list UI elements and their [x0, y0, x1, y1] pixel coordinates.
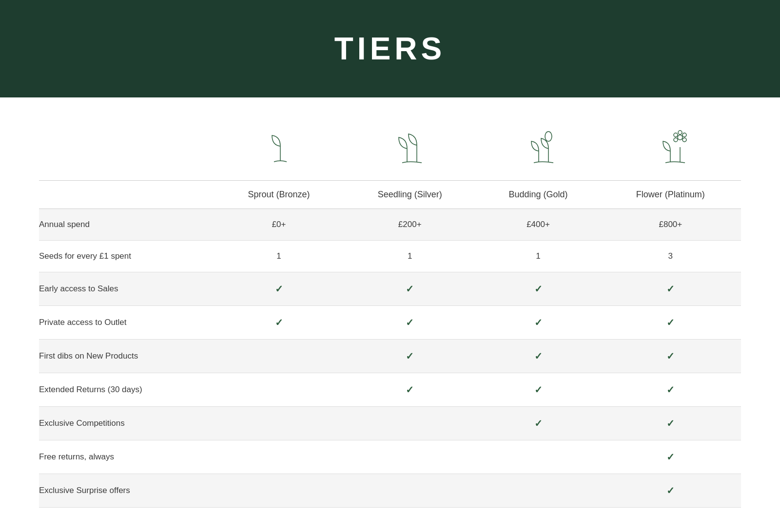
page-header: TIERS — [0, 0, 780, 97]
row-value: ✓ — [600, 440, 741, 474]
header-label-col — [39, 181, 214, 209]
row-label: Private access to Outlet — [39, 306, 214, 340]
row-value: 3 — [600, 241, 741, 272]
row-value — [343, 407, 476, 440]
row-label: Free returns, always — [39, 440, 214, 474]
row-value: ✓ — [343, 272, 476, 306]
row-value: £0+ — [214, 209, 343, 241]
check-mark: ✓ — [666, 452, 675, 462]
check-mark: ✓ — [666, 317, 675, 328]
row-value — [343, 440, 476, 474]
row-value: ✓ — [476, 340, 600, 373]
table-row: Exclusive Competitions✓✓ — [39, 407, 741, 440]
row-value: ✓ — [600, 407, 741, 440]
row-label: First dibs on New Products — [39, 340, 214, 373]
table-row: First dibs on New Products✓✓✓ — [39, 340, 741, 373]
row-value — [476, 474, 600, 508]
row-value: ✓ — [476, 373, 600, 407]
check-mark: ✓ — [406, 317, 414, 328]
row-value: ✓ — [343, 340, 476, 373]
row-value: 1 — [476, 241, 600, 272]
row-value — [214, 440, 343, 474]
row-value: ✓ — [476, 272, 600, 306]
cell-value: £0+ — [272, 220, 286, 229]
main-content: Sprout (Bronze) Seedling (Silver) Buddin… — [0, 97, 780, 532]
tier-icons-row — [39, 127, 741, 171]
check-mark: ✓ — [406, 384, 414, 395]
svg-point-0 — [545, 132, 552, 141]
budding-icon — [522, 127, 566, 171]
svg-point-1 — [678, 135, 682, 140]
cell-value: £800+ — [659, 220, 682, 229]
svg-point-6 — [674, 133, 678, 137]
check-mark: ✓ — [666, 351, 675, 361]
cell-value: 1 — [276, 251, 281, 261]
check-mark: ✓ — [275, 317, 283, 328]
table-row: Seeds for every £1 spent1113 — [39, 241, 741, 272]
row-value: 1 — [214, 241, 343, 272]
table-row: Exclusive Surprise offers✓ — [39, 474, 741, 508]
table-body: Annual spend£0+£200+£400+£800+Seeds for … — [39, 209, 741, 508]
cell-value: £200+ — [398, 220, 422, 229]
header-row: Sprout (Bronze) Seedling (Silver) Buddin… — [39, 181, 741, 209]
row-label: Annual spend — [39, 209, 214, 241]
row-value: ✓ — [343, 306, 476, 340]
row-label: Exclusive Surprise offers — [39, 474, 214, 508]
row-value: ✓ — [600, 306, 741, 340]
row-value: ✓ — [600, 340, 741, 373]
row-value: ✓ — [600, 373, 741, 407]
tiers-table: Sprout (Bronze) Seedling (Silver) Buddin… — [39, 180, 741, 508]
row-label: Exclusive Competitions — [39, 407, 214, 440]
check-mark: ✓ — [534, 317, 543, 328]
svg-point-4 — [682, 138, 686, 142]
check-mark: ✓ — [534, 351, 543, 361]
svg-point-5 — [674, 138, 678, 142]
row-value — [214, 407, 343, 440]
sprout-icon — [258, 127, 302, 171]
budding-icon-col — [478, 127, 609, 171]
row-value: ✓ — [343, 373, 476, 407]
cell-value: £400+ — [526, 220, 550, 229]
row-label: Seeds for every £1 spent — [39, 241, 214, 272]
table-header: Sprout (Bronze) Seedling (Silver) Buddin… — [39, 181, 741, 209]
row-value: 1 — [343, 241, 476, 272]
check-mark: ✓ — [666, 485, 675, 496]
row-value: £200+ — [343, 209, 476, 241]
check-mark: ✓ — [534, 418, 543, 429]
table-row: Extended Returns (30 days)✓✓✓ — [39, 373, 741, 407]
check-mark: ✓ — [406, 284, 414, 294]
header-seedling: Seedling (Silver) — [343, 181, 476, 209]
check-mark: ✓ — [666, 418, 675, 429]
check-mark: ✓ — [666, 284, 675, 294]
row-value — [343, 474, 476, 508]
svg-point-2 — [678, 131, 682, 134]
table-row: Private access to Outlet✓✓✓✓ — [39, 306, 741, 340]
cell-value: 1 — [536, 251, 540, 261]
row-value — [214, 340, 343, 373]
check-mark: ✓ — [275, 284, 283, 294]
header-budding: Budding (Gold) — [476, 181, 600, 209]
row-label: Extended Returns (30 days) — [39, 373, 214, 407]
row-label: Early access to Sales — [39, 272, 214, 306]
icons-label-spacer — [39, 127, 214, 171]
row-value: ✓ — [476, 407, 600, 440]
row-value: ✓ — [600, 272, 741, 306]
check-mark: ✓ — [406, 351, 414, 361]
row-value: ✓ — [476, 306, 600, 340]
cell-value: 1 — [408, 251, 412, 261]
check-mark: ✓ — [534, 284, 543, 294]
row-value — [214, 373, 343, 407]
header-flower: Flower (Platinum) — [600, 181, 741, 209]
row-value: ✓ — [214, 272, 343, 306]
row-value: ✓ — [600, 474, 741, 508]
sprout-icon-col — [214, 127, 346, 171]
row-value — [214, 474, 343, 508]
row-value: ✓ — [214, 306, 343, 340]
page-title: TIERS — [334, 31, 446, 67]
row-value: £800+ — [600, 209, 741, 241]
check-mark: ✓ — [534, 384, 543, 395]
cell-value: 3 — [668, 251, 673, 261]
check-mark: ✓ — [666, 384, 675, 395]
flower-icon — [653, 127, 697, 171]
table-row: Free returns, always✓ — [39, 440, 741, 474]
